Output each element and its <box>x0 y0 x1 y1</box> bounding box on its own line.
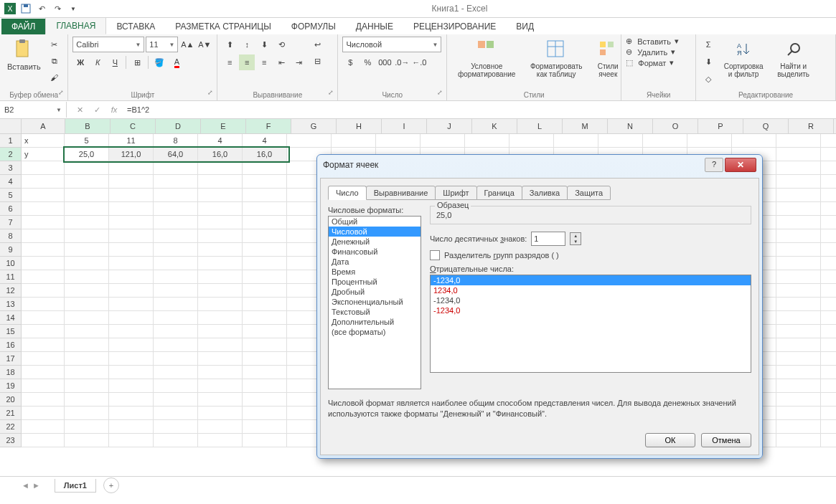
negative-item[interactable]: 1234,0 <box>431 285 751 295</box>
cell-C3[interactable] <box>109 161 154 174</box>
cell-C22[interactable] <box>109 420 154 433</box>
name-box[interactable]: B2▼ <box>0 102 67 118</box>
cell-C2[interactable]: 121,0 <box>109 148 154 161</box>
cell-E8[interactable] <box>198 229 243 242</box>
cell-D7[interactable] <box>154 216 198 229</box>
row-header-8[interactable]: 8 <box>0 229 21 243</box>
row-header-9[interactable]: 9 <box>0 243 21 257</box>
cell-G1[interactable] <box>287 134 332 147</box>
format-item[interactable]: Время <box>329 267 421 277</box>
cell-E2[interactable]: 16,0 <box>198 148 243 161</box>
cell-B18[interactable] <box>65 366 109 379</box>
thousands-separator-checkbox[interactable] <box>430 250 440 260</box>
tab-layout[interactable]: РАЗМЕТКА СТРАНИЦЫ <box>165 19 281 34</box>
comma-icon[interactable]: 000 <box>377 54 393 70</box>
format-item[interactable]: Дополнительный <box>329 317 421 327</box>
copy-icon[interactable]: ⧉ <box>47 53 62 69</box>
format-item[interactable]: Текстовый <box>329 307 421 317</box>
sheet-tab[interactable]: Лист1 <box>55 479 96 493</box>
row-header-10[interactable]: 10 <box>0 257 21 270</box>
col-header-L[interactable]: L <box>517 119 563 133</box>
orientation-icon[interactable]: ⟲ <box>273 37 289 52</box>
cell-C20[interactable] <box>109 393 154 406</box>
row-header-1[interactable]: 1 <box>0 134 21 148</box>
format-painter-icon[interactable]: 🖌 <box>47 70 62 85</box>
cell-C5[interactable] <box>109 189 154 201</box>
format-category-list[interactable]: ОбщийЧисловойДенежныйФинансовыйДатаВремя… <box>328 216 421 389</box>
format-item[interactable]: Общий <box>329 217 421 227</box>
paste-button[interactable]: Вставить <box>4 37 44 99</box>
cell-A4[interactable] <box>22 175 65 188</box>
cell-C21[interactable] <box>109 406 154 419</box>
cell-D1[interactable]: 8 <box>154 134 198 147</box>
number-launcher-icon[interactable]: ⤢ <box>435 89 445 99</box>
cell-E19[interactable] <box>198 379 243 392</box>
cell-R16[interactable] <box>776 338 821 351</box>
cell-D5[interactable] <box>154 189 198 201</box>
cell-F5[interactable] <box>243 189 287 201</box>
cell-A9[interactable] <box>22 243 65 256</box>
save-icon[interactable] <box>19 1 33 16</box>
close-button[interactable]: ✕ <box>725 158 756 172</box>
cell-R13[interactable] <box>776 298 821 310</box>
cell-A1[interactable]: x <box>22 134 65 147</box>
col-header-N[interactable]: N <box>608 119 653 133</box>
spin-up-icon[interactable]: ▲ <box>570 233 581 239</box>
row-header-15[interactable]: 15 <box>0 325 21 338</box>
cell-D2[interactable]: 64,0 <box>154 148 198 161</box>
row-header-11[interactable]: 11 <box>0 270 21 284</box>
format-item[interactable]: Денежный <box>329 237 421 247</box>
dialog-titlebar[interactable]: Формат ячеек ? ✕ <box>317 155 762 175</box>
format-as-table-button[interactable]: Форматировать как таблицу <box>525 37 588 99</box>
cell-R9[interactable] <box>776 243 821 256</box>
cell-R2[interactable] <box>776 148 821 161</box>
cell-C7[interactable] <box>109 216 154 229</box>
percent-icon[interactable]: % <box>360 54 375 70</box>
row-header-18[interactable]: 18 <box>0 366 21 379</box>
cell-F15[interactable] <box>243 325 287 338</box>
sort-filter-button[interactable]: AЯ Сортировка и фильтр <box>719 37 768 99</box>
cell-R1[interactable] <box>776 134 821 147</box>
cell-F7[interactable] <box>243 216 287 229</box>
dlg-tab-fill[interactable]: Заливка <box>522 186 568 200</box>
cell-E17[interactable] <box>198 352 243 365</box>
cell-C4[interactable] <box>109 175 154 188</box>
cell-E18[interactable] <box>198 366 243 379</box>
font-launcher-icon[interactable]: ⤢ <box>205 89 215 99</box>
cell-styles-button[interactable]: Стили ячеек <box>591 37 625 99</box>
font-name-combo[interactable]: Calibri▼ <box>72 37 144 52</box>
cell-R15[interactable] <box>776 325 821 338</box>
cell-D17[interactable] <box>154 352 198 365</box>
cell-L1[interactable] <box>509 134 554 147</box>
indent-increase-icon[interactable]: ⇥ <box>291 54 306 70</box>
row-header-21[interactable]: 21 <box>0 406 21 420</box>
cell-F22[interactable] <box>243 420 287 433</box>
cell-F4[interactable] <box>243 175 287 188</box>
indent-decrease-icon[interactable]: ⇤ <box>273 54 289 70</box>
cell-C14[interactable] <box>109 311 154 324</box>
cell-R8[interactable] <box>776 229 821 242</box>
row-header-4[interactable]: 4 <box>0 175 21 189</box>
col-header-Q[interactable]: Q <box>743 119 789 133</box>
negative-item[interactable]: -1234,0 <box>431 305 751 315</box>
spin-down-icon[interactable]: ▼ <box>570 239 581 244</box>
shrink-font-icon[interactable]: A▼ <box>197 37 212 52</box>
clear-icon[interactable]: ◇ <box>700 71 716 87</box>
dlg-tab-border[interactable]: Граница <box>476 186 522 200</box>
cell-R20[interactable] <box>776 393 821 406</box>
format-item[interactable]: Финансовый <box>329 247 421 257</box>
cell-E4[interactable] <box>198 175 243 188</box>
cell-D18[interactable] <box>154 366 198 379</box>
cell-B8[interactable] <box>65 229 109 242</box>
cell-F11[interactable] <box>243 270 287 283</box>
col-header-G[interactable]: G <box>291 119 337 133</box>
cell-C12[interactable] <box>109 284 154 297</box>
align-launcher-icon[interactable]: ⤢ <box>326 89 336 99</box>
cell-R14[interactable] <box>776 311 821 324</box>
col-header-F[interactable]: F <box>246 119 291 133</box>
cell-D20[interactable] <box>154 393 198 406</box>
align-left-icon[interactable]: ≡ <box>222 54 238 70</box>
cell-A22[interactable] <box>22 420 65 433</box>
cell-C23[interactable] <box>109 434 154 447</box>
align-middle-icon[interactable]: ↕ <box>239 37 255 52</box>
